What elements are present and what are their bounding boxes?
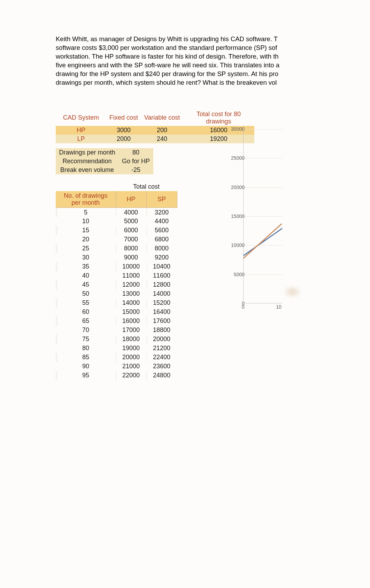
param-drawings-value: 80 [118,148,153,157]
tc-title: Total cost [116,182,177,191]
cell-sp: 3200 [146,208,177,217]
cell-n: 70 [56,326,116,335]
cell-hp: 20000 [116,353,146,362]
cell-hp: 10000 [116,262,146,271]
table-row: 551400015200 [56,299,177,308]
cad-lp-fixed: 2000 [106,135,141,143]
cell-hp: 4000 [116,208,146,217]
table-row: 2070006800 [56,235,177,244]
table-row: 601500016400 [56,308,177,317]
table-row: 401100011600 [56,271,177,280]
cell-hp: 5000 [116,217,146,226]
cell-hp: 6000 [116,226,146,235]
cell-hp: 12000 [116,280,146,289]
ytick-5000: 5000 [227,272,245,277]
cell-sp: 4400 [146,217,177,226]
cell-n: 10 [56,217,116,226]
table-row: 351000010400 [56,262,177,271]
xtick-10: 10 [276,304,282,310]
table-row: 701700018800 [56,326,177,335]
cell-hp: 21000 [116,362,146,371]
cell-n: 15 [56,226,116,235]
cell-sp: 10400 [146,262,177,271]
cell-n: 95 [56,371,116,380]
series-sp-line [243,224,282,286]
ytick-15000: 15000 [227,213,245,219]
cell-sp: 21200 [146,344,177,353]
table-row: 651600017600 [56,317,177,326]
cell-hp: 15000 [116,308,146,317]
cost-chart: 30000 25000 20000 15000 10000 5000 0 0 1… [223,129,282,303]
param-breakeven-label: Break even volume [56,166,118,174]
cell-sp: 6800 [146,235,177,244]
cell-n: 90 [56,362,116,371]
cell-sp: 22400 [146,353,177,362]
cell-n: 50 [56,289,116,299]
cell-n: 65 [56,317,116,326]
table-row: 451200012800 [56,280,177,289]
cad-header-system: CAD System [56,110,106,126]
cad-hp-variable: 200 [141,126,183,135]
cell-hp: 14000 [116,299,146,308]
cell-hp: 13000 [116,289,146,299]
tc-col-n: No. of drawings per month [56,191,116,208]
cell-hp: 11000 [116,271,146,280]
cad-lp-variable: 240 [141,135,183,143]
cell-n: 80 [56,344,116,353]
table-row: 501300014000 [56,289,177,299]
cell-n: 35 [56,262,116,271]
cell-hp: 22000 [116,371,146,380]
ytick-25000: 25000 [227,155,245,161]
table-row: 1050004400 [56,217,177,226]
table-row: 801900021200 [56,344,177,353]
cell-sp: 12800 [146,280,177,289]
total-cost-table: Total cost No. of drawings per month HP … [56,182,177,380]
ytick-20000: 20000 [227,184,245,190]
cell-hp: 17000 [116,326,146,335]
cell-sp: 14000 [146,289,177,299]
cell-hp: 8000 [116,244,146,253]
cell-sp: 23600 [146,362,177,371]
parameters-table: Drawings per month 80 Recommendation Go … [56,148,153,174]
cell-n: 45 [56,280,116,289]
cad-lp-name: LP [56,135,106,143]
problem-statement: Keith Whitt, as manager of Designs by Wh… [56,35,300,87]
table-row: 1560005600 [56,226,177,235]
blur-overlay-icon [283,285,302,299]
table-row: 952200024800 [56,371,177,380]
tc-empty [56,182,116,191]
tc-col-hp: HP [116,191,146,208]
cell-sp: 20000 [146,335,177,344]
param-recommendation-value: Go for HP [118,157,153,166]
cell-sp: 5600 [146,226,177,235]
param-breakeven-value: -25 [118,166,153,174]
cell-sp: 11600 [146,271,177,280]
cell-n: 5 [56,208,116,217]
cad-hp-fixed: 3000 [106,126,141,135]
cell-sp: 24800 [146,371,177,380]
ytick-30000: 30000 [227,126,245,132]
cell-n: 60 [56,308,116,317]
cell-sp: 8000 [146,244,177,253]
table-row: 902100023600 [56,362,177,371]
cell-sp: 15200 [146,299,177,308]
param-recommendation-label: Recommendation [56,157,118,166]
cell-n: 55 [56,299,116,308]
table-row: 3090009200 [56,253,177,262]
cell-n: 75 [56,335,116,344]
cell-hp: 7000 [116,235,146,244]
cell-sp: 18800 [146,326,177,335]
cell-n: 40 [56,271,116,280]
cad-header-variable: Variable cost [141,110,183,126]
cell-n: 25 [56,244,116,253]
tc-col-sp: SP [146,191,177,208]
cell-hp: 19000 [116,344,146,353]
cad-header-fixed: Fixed cost [106,110,141,126]
cell-n: 85 [56,353,116,362]
param-drawings-label: Drawings per month [56,148,118,157]
cad-hp-name: HP [56,126,106,135]
table-row: 751800020000 [56,335,177,344]
table-row: 540003200 [56,208,177,217]
cell-sp: 16400 [146,308,177,317]
table-row: 852000022400 [56,353,177,362]
